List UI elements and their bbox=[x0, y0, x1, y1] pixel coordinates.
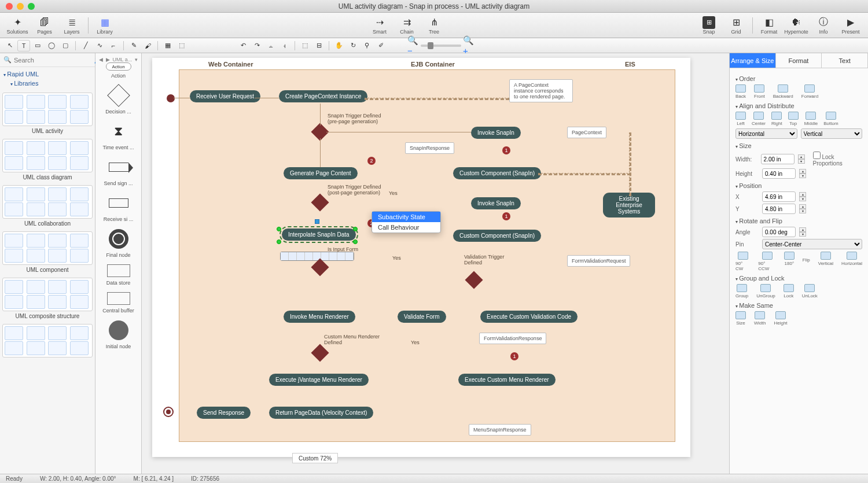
rotate-tool[interactable]: ↻ bbox=[347, 40, 359, 51]
minimize-icon[interactable] bbox=[17, 3, 24, 10]
spin-up[interactable]: ▴ bbox=[799, 169, 806, 174]
format-button[interactable]: ◧Format bbox=[756, 14, 782, 37]
lib-more[interactable] bbox=[2, 324, 93, 357]
spin-up[interactable]: ▴ bbox=[798, 154, 805, 159]
library-button[interactable]: ▦Library bbox=[92, 14, 117, 37]
distribute-horiz[interactable]: Horizontal bbox=[735, 128, 797, 139]
pointer-tool[interactable]: ↖ bbox=[3, 40, 16, 51]
spin-down[interactable]: ▾ bbox=[799, 232, 806, 237]
note-menusnap[interactable]: MenuSnapInResponse bbox=[469, 424, 531, 436]
zoom-in-button[interactable]: 🔍+ bbox=[462, 40, 475, 51]
decision-4[interactable] bbox=[465, 271, 483, 289]
smart-button[interactable]: ⇢Smart bbox=[367, 14, 392, 37]
decision-2[interactable] bbox=[311, 193, 329, 211]
align-center[interactable]: Center bbox=[752, 112, 766, 126]
node-custom2[interactable]: Custom Component (SnapIn) bbox=[453, 230, 541, 242]
tree-root[interactable]: Rapid UML bbox=[3, 69, 91, 79]
pages-button[interactable]: 🗐Pages bbox=[32, 14, 57, 37]
node-custom1[interactable]: Custom Component (SnapIn) bbox=[453, 167, 541, 179]
rotate-handle[interactable] bbox=[315, 219, 319, 224]
x-input[interactable] bbox=[762, 191, 796, 202]
text-tool[interactable]: T bbox=[17, 40, 30, 51]
timeevent-stencil[interactable]: ⧗ bbox=[107, 120, 130, 143]
node-validate[interactable]: Validate Form bbox=[398, 311, 446, 323]
hypernote-button[interactable]: 🗣Hypernote bbox=[784, 14, 809, 37]
menu-subactivity[interactable]: Subactivity State bbox=[372, 212, 440, 222]
chain-button[interactable]: ⇉Chain bbox=[394, 14, 420, 37]
dropdown-icon[interactable]: ▾ bbox=[135, 57, 138, 62]
makesame-width[interactable]: Width bbox=[754, 311, 766, 326]
order-front[interactable]: Front bbox=[754, 84, 765, 99]
section-makesame[interactable]: Make Same bbox=[735, 302, 862, 309]
section-order[interactable]: Order bbox=[735, 75, 862, 82]
initialnode-stencil[interactable] bbox=[107, 319, 130, 342]
tab-arrange[interactable]: Arrange & Size bbox=[730, 53, 776, 68]
node-interpolate[interactable]: Interpolate SnapIn Data bbox=[282, 228, 356, 241]
info-button[interactable]: ⓘInfo bbox=[811, 14, 836, 37]
rotate-90cw[interactable]: 90° CW bbox=[735, 252, 750, 271]
y-input[interactable] bbox=[762, 204, 796, 214]
group-button[interactable]: Group bbox=[735, 284, 748, 298]
breadcrumb-tab[interactable]: UML a... bbox=[113, 57, 133, 62]
spline-tool[interactable]: ∿ bbox=[93, 40, 106, 51]
resize-handle[interactable] bbox=[353, 239, 358, 244]
zoom-display[interactable]: Custom 72% bbox=[292, 453, 338, 463]
tree-button[interactable]: ⋔Tree bbox=[421, 14, 447, 37]
brush-tool[interactable]: 🖌 bbox=[141, 40, 154, 51]
lib-uml-class[interactable]: UML class diagram bbox=[2, 139, 93, 180]
align-tool[interactable]: ⫠ bbox=[264, 40, 277, 51]
decision-1[interactable] bbox=[311, 123, 329, 141]
align-right[interactable]: Right bbox=[771, 112, 782, 126]
datastore-stencil[interactable] bbox=[107, 263, 130, 278]
group-tool[interactable]: ⬚ bbox=[299, 40, 311, 51]
action-stencil-btn[interactable]: Action bbox=[106, 62, 131, 71]
line-tool[interactable]: ╱ bbox=[79, 40, 92, 51]
note-formvalresp[interactable]: FormValidationResponse bbox=[479, 333, 546, 344]
spin-up[interactable]: ▴ bbox=[799, 227, 806, 232]
node-jvantage[interactable]: Execute jVantage Menu Renderer bbox=[269, 374, 369, 386]
section-size[interactable]: Size bbox=[735, 142, 862, 149]
resize-handle[interactable] bbox=[277, 239, 281, 244]
menu-callbehaviour[interactable]: Call Behaviour bbox=[372, 222, 440, 233]
nav-fwd-icon[interactable]: ▶ bbox=[106, 57, 110, 62]
close-icon[interactable] bbox=[6, 3, 13, 10]
section-align[interactable]: Align and Distribute bbox=[735, 102, 862, 109]
note-pagectx[interactable]: PageContext bbox=[567, 127, 606, 138]
align-bottom[interactable]: Bottom bbox=[823, 112, 838, 126]
redo-button[interactable]: ↷ bbox=[251, 40, 263, 51]
hand-tool[interactable]: ✋ bbox=[333, 40, 345, 51]
edit-tool[interactable]: ✐ bbox=[374, 40, 387, 51]
spin-down[interactable]: ▾ bbox=[798, 159, 805, 164]
undo-button[interactable]: ↶ bbox=[237, 40, 249, 51]
note-snapinresp[interactable]: SnapInResponse bbox=[405, 142, 454, 154]
tab-format[interactable]: Format bbox=[776, 53, 822, 68]
rect-tool[interactable]: ▭ bbox=[31, 40, 44, 51]
spin-down[interactable]: ▾ bbox=[799, 197, 806, 201]
note-pagecontext[interactable]: A PageContext instance corresponds to on… bbox=[509, 79, 573, 102]
final-node[interactable] bbox=[163, 407, 174, 417]
node-create-ctx[interactable]: Create PageContext Instance bbox=[279, 90, 367, 102]
node-send-resp[interactable]: Send Response bbox=[197, 407, 251, 419]
width-input[interactable] bbox=[761, 154, 795, 164]
align-middle[interactable]: Middle bbox=[804, 112, 818, 126]
eyedropper-tool[interactable]: ⚲ bbox=[361, 40, 373, 51]
spin-up[interactable]: ▴ bbox=[799, 204, 806, 209]
node-invoke-snapin2[interactable]: Invoke SnapIn bbox=[471, 197, 521, 209]
node-invoke-menu[interactable]: Invoke Menu Renderer bbox=[284, 311, 355, 323]
tab-text[interactable]: Text bbox=[822, 53, 868, 68]
node-exec-valid[interactable]: Execute Custom Validation Code bbox=[480, 311, 578, 323]
centralbuffer-stencil[interactable] bbox=[107, 291, 130, 306]
spin-down[interactable]: ▾ bbox=[799, 209, 806, 213]
lock-button[interactable]: Lock bbox=[784, 284, 794, 298]
distribute-vert[interactable]: Vertical bbox=[801, 128, 863, 139]
table-tool[interactable]: ▦ bbox=[161, 40, 174, 51]
node-existing[interactable]: Existing Enterprise Systems bbox=[603, 193, 655, 217]
makesame-size[interactable]: Size bbox=[735, 311, 746, 326]
pin-select[interactable]: Center-Center bbox=[762, 239, 862, 249]
zoom-icon[interactable] bbox=[28, 3, 35, 10]
nav-back-icon[interactable]: ◀ bbox=[99, 57, 103, 62]
flip-horizontal[interactable]: Horizontal bbox=[841, 252, 862, 271]
makesame-height[interactable]: Height bbox=[774, 311, 787, 326]
pencil-tool[interactable]: ✎ bbox=[127, 40, 140, 51]
initial-node[interactable] bbox=[167, 94, 175, 102]
